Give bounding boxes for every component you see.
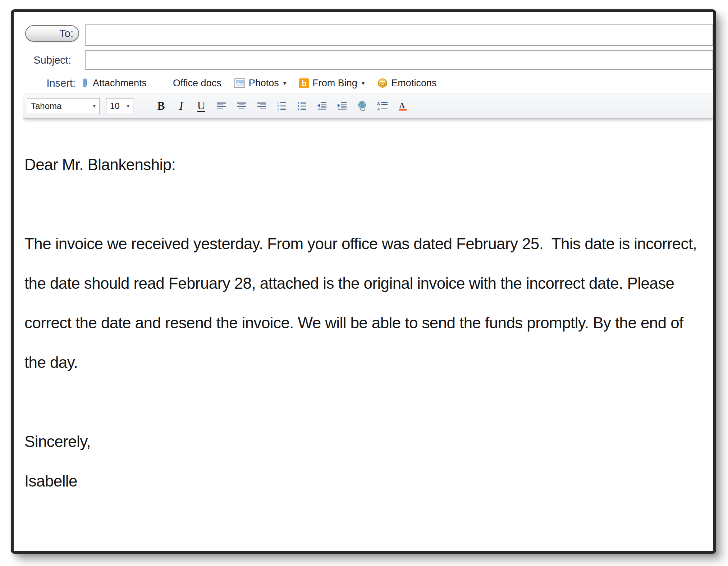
to-input[interactable] bbox=[85, 24, 713, 46]
numbered-list-icon: 1 2 3 bbox=[276, 101, 287, 111]
subject-row: Subject: bbox=[14, 50, 713, 70]
insert-label: Insert: bbox=[46, 77, 79, 89]
message-body-editor[interactable]: Dear Mr. Blankenship: The invoice we rec… bbox=[24, 145, 702, 501]
insert-emoticons-button[interactable]: Emoticons bbox=[377, 78, 436, 89]
outdent-button[interactable] bbox=[315, 98, 330, 114]
to-button-label: To: bbox=[59, 28, 73, 40]
subject-input[interactable] bbox=[85, 50, 713, 70]
closing-text: Sincerely, bbox=[24, 422, 702, 461]
indent-icon bbox=[337, 101, 348, 111]
bold-button[interactable]: B bbox=[154, 98, 169, 114]
to-row: To: bbox=[14, 24, 713, 46]
to-button[interactable]: To: bbox=[25, 25, 79, 42]
insert-from-bing-button[interactable]: b From Bing ▾ bbox=[299, 78, 365, 89]
underline-button[interactable]: U bbox=[194, 98, 209, 114]
dropdown-caret-icon: ▾ bbox=[362, 79, 365, 87]
font-color-icon: A bbox=[397, 101, 408, 111]
indent-button[interactable] bbox=[335, 98, 350, 114]
email-compose-window: To: Subject: Insert: Attachments bbox=[11, 9, 716, 554]
svg-text:2: 2 bbox=[277, 105, 279, 108]
insert-item-label: Office docs bbox=[173, 78, 221, 89]
font-size-value: 10 bbox=[110, 101, 120, 111]
underline-label: U bbox=[197, 100, 205, 112]
align-left-button[interactable] bbox=[214, 98, 229, 114]
svg-text:A: A bbox=[377, 101, 380, 106]
font-color-button[interactable]: A bbox=[395, 98, 410, 114]
insert-link-globe-icon bbox=[357, 101, 368, 111]
photo-icon bbox=[234, 78, 245, 88]
insert-office-docs-button[interactable]: Office docs bbox=[160, 78, 221, 89]
svg-text:3: 3 bbox=[277, 108, 279, 111]
align-right-icon bbox=[256, 101, 267, 111]
align-center-icon bbox=[236, 101, 247, 111]
dropdown-caret-icon: ▾ bbox=[283, 79, 287, 87]
italic-button[interactable]: I bbox=[174, 98, 189, 114]
subject-label: Subject: bbox=[33, 54, 79, 66]
font-family-value: Tahoma bbox=[31, 101, 61, 111]
font-size-select[interactable]: 10 ▾ bbox=[106, 98, 133, 114]
greeting-text: Dear Mr. Blankenship: bbox=[24, 145, 702, 184]
svg-text:1: 1 bbox=[277, 101, 279, 105]
outdent-icon bbox=[317, 101, 328, 111]
insert-item-label: From Bing bbox=[312, 78, 357, 89]
insert-link-button[interactable] bbox=[355, 98, 370, 114]
insert-toolbar: Insert: Attachments Office docs bbox=[14, 76, 713, 91]
bing-icon: b bbox=[299, 78, 309, 88]
insert-item-label: Photos bbox=[249, 78, 279, 89]
align-right-button[interactable] bbox=[254, 98, 269, 114]
bullet-list-button[interactable] bbox=[294, 98, 310, 114]
dropdown-caret-icon: ▾ bbox=[127, 103, 129, 109]
insert-photos-button[interactable]: Photos ▾ bbox=[234, 78, 287, 89]
font-family-select[interactable]: Tahoma ▾ bbox=[27, 98, 100, 114]
align-center-button[interactable] bbox=[234, 98, 249, 114]
bold-label: B bbox=[157, 100, 165, 113]
signature-text: Isabelle bbox=[24, 461, 702, 501]
text-direction-icon: A A bbox=[377, 101, 388, 111]
numbered-list-button[interactable]: 1 2 3 bbox=[274, 98, 289, 114]
italic-label: I bbox=[179, 100, 183, 113]
paperclip-icon bbox=[81, 78, 89, 88]
bullet-list-icon bbox=[297, 101, 307, 111]
formatting-toolbar: Tahoma ▾ 10 ▾ B I U bbox=[23, 93, 713, 119]
insert-item-label: Attachments bbox=[93, 78, 147, 89]
office-grid-icon bbox=[160, 78, 169, 88]
dropdown-caret-icon: ▾ bbox=[93, 103, 96, 109]
text-direction-button[interactable]: A A bbox=[375, 98, 390, 114]
svg-text:A: A bbox=[399, 101, 405, 109]
svg-text:A: A bbox=[377, 107, 380, 111]
insert-attachments-button[interactable]: Attachments bbox=[81, 78, 147, 89]
smiley-icon bbox=[377, 78, 388, 88]
insert-item-label: Emoticons bbox=[391, 78, 436, 89]
align-left-icon bbox=[216, 101, 227, 111]
paragraph-text: The invoice we received yesterday. From … bbox=[24, 224, 702, 382]
